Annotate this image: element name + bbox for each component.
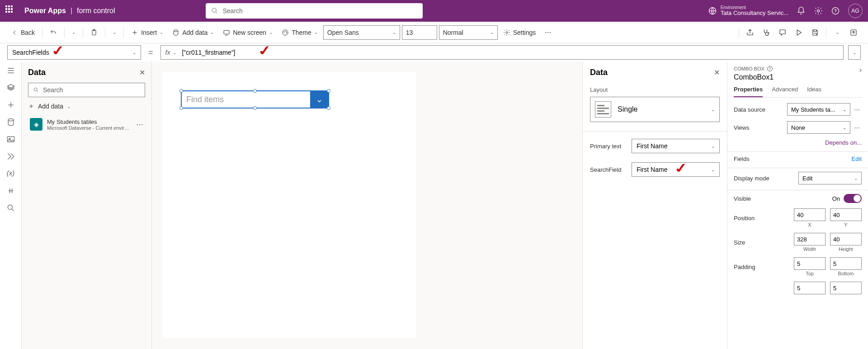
display-mode-select[interactable]: Edit ⌄ [798, 172, 862, 184]
searchfield-select[interactable]: First Name ⌄ [632, 162, 720, 177]
position-y-input[interactable] [830, 208, 862, 221]
variables-icon[interactable]: (x) [6, 169, 15, 178]
global-search[interactable]: Search [206, 3, 423, 19]
environment-picker[interactable]: Environment Tata Consultancy Servic... [708, 5, 788, 16]
selection-handle[interactable] [327, 106, 330, 110]
add-data-button[interactable]: Add data ⌄ [169, 26, 217, 39]
prop-display-mode-label: Display mode [734, 175, 769, 182]
font-family-select[interactable]: Open Sans ⌄ [323, 25, 400, 40]
chevron-down-icon: ⌄ [711, 144, 715, 149]
env-label: Environment [721, 5, 788, 10]
undo-button[interactable] [46, 26, 61, 39]
primary-text-label: Primary text [590, 143, 626, 150]
search-icon [211, 7, 218, 14]
back-button[interactable]: Back [7, 26, 38, 39]
font-weight-select[interactable]: Normal ⌄ [439, 25, 498, 40]
prop-data-source-label: Data source [734, 106, 765, 113]
insert-button[interactable]: Insert ⌄ [127, 26, 167, 39]
comments-button[interactable] [775, 25, 790, 40]
chevron-down-icon: ⌄ [72, 30, 75, 35]
position-x-input[interactable] [794, 208, 826, 221]
depends-on-link[interactable]: Depends on... [825, 139, 862, 146]
power-automate-icon[interactable] [6, 152, 15, 161]
visible-toggle[interactable] [844, 194, 862, 203]
data-panel-title: Data [28, 68, 46, 77]
layout-value: Single [618, 105, 705, 113]
control-name[interactable]: ComboBox1 [734, 73, 774, 81]
notifications-icon[interactable] [797, 6, 806, 15]
chevron-down-icon: ⌄ [835, 30, 839, 35]
insert-pane-icon[interactable] [6, 83, 15, 92]
save-dropdown[interactable]: ⌄ [830, 25, 844, 40]
width-input[interactable] [794, 233, 826, 245]
annotation-check-icon: ✓ [256, 42, 273, 59]
app-launcher-icon[interactable] [5, 5, 16, 16]
help-icon[interactable] [831, 6, 840, 15]
combobox-control[interactable]: Find items ⌄ [181, 90, 329, 108]
add-icon[interactable] [6, 100, 15, 109]
user-avatar[interactable]: AG [848, 4, 863, 18]
tab-properties[interactable]: Properties [734, 86, 763, 97]
combobox-dropdown-button[interactable]: ⌄ [310, 91, 328, 108]
data-source-select[interactable]: My Students ta... ⌄ [787, 103, 850, 116]
canvas-area: Find items ⌄ [152, 61, 582, 349]
property-selector[interactable]: SearchFields ✓ ⌄ [7, 45, 141, 60]
svg-point-10 [284, 32, 284, 32]
data-search-input[interactable]: Search [28, 83, 145, 97]
y-sublabel: Y [830, 222, 862, 227]
undo-dropdown[interactable]: ⌄ [68, 27, 79, 38]
layout-select[interactable]: Single ⌄ [590, 97, 720, 122]
settings-button[interactable]: Settings [500, 26, 540, 39]
save-button[interactable] [808, 25, 822, 40]
paste-dropdown[interactable]: ⌄ [109, 27, 120, 38]
close-icon[interactable]: ✕ [714, 68, 720, 77]
app-title: Power Apps [24, 7, 66, 15]
close-icon[interactable]: ✕ [139, 68, 145, 77]
selection-handle[interactable] [179, 89, 183, 93]
selection-handle[interactable] [179, 106, 183, 110]
views-select[interactable]: None ⌄ [787, 121, 850, 134]
padding-top-input[interactable] [794, 257, 826, 270]
add-data-label: Add data [38, 103, 63, 110]
chevron-down-icon: ⌄ [490, 30, 494, 35]
tree-view-icon[interactable] [6, 66, 15, 75]
info-icon[interactable]: ? [767, 66, 773, 71]
add-data-link[interactable]: Add data ⌄ [28, 103, 145, 110]
padding-bottom-input[interactable] [830, 257, 862, 270]
media-icon[interactable] [6, 135, 15, 144]
chevron-down-icon: ⌄ [843, 125, 846, 130]
more-icon[interactable]: ⋯ [852, 124, 862, 131]
paste-button[interactable] [87, 26, 101, 39]
expand-formula-button[interactable]: ⌄ [848, 45, 861, 60]
checker-button[interactable] [759, 25, 774, 40]
selection-handle[interactable] [253, 89, 257, 93]
formula-input[interactable]: fx ⌄ ["cr011_firstname"] ✓ [160, 45, 844, 60]
publish-button[interactable] [846, 25, 861, 40]
more-icon[interactable]: ⋯ [852, 106, 862, 113]
settings-icon[interactable] [814, 6, 823, 15]
left-rail: (x) [0, 61, 22, 349]
padding-left-input[interactable] [794, 282, 826, 294]
share-button[interactable] [743, 25, 757, 40]
data-pane-icon[interactable] [6, 118, 15, 127]
data-source-item[interactable]: ◈ My Students tables Microsoft Dataverse… [28, 116, 145, 132]
padding-right-input[interactable] [830, 282, 862, 294]
fields-edit-link[interactable]: Edit [852, 156, 862, 162]
selection-handle[interactable] [327, 89, 330, 93]
more-commands[interactable]: ⋯ [541, 26, 555, 39]
primary-text-select[interactable]: First Name ⌄ [632, 139, 720, 153]
screen-canvas[interactable]: Find items ⌄ [163, 72, 416, 338]
more-icon[interactable]: ⋯ [136, 120, 143, 129]
tools-icon[interactable] [6, 186, 15, 195]
tab-ideas[interactable]: Ideas [807, 86, 821, 97]
height-input[interactable] [830, 233, 862, 245]
selection-handle[interactable] [253, 106, 257, 110]
font-size-select[interactable]: 13 [402, 25, 437, 40]
height-sublabel: Height [830, 246, 862, 252]
search-pane-icon[interactable] [6, 203, 15, 212]
tab-advanced[interactable]: Advanced [772, 86, 798, 97]
chevron-right-icon[interactable]: › [859, 66, 862, 74]
new-screen-button[interactable]: New screen ⌄ [219, 26, 276, 39]
preview-button[interactable] [792, 25, 806, 40]
theme-button[interactable]: Theme ⌄ [278, 26, 321, 39]
